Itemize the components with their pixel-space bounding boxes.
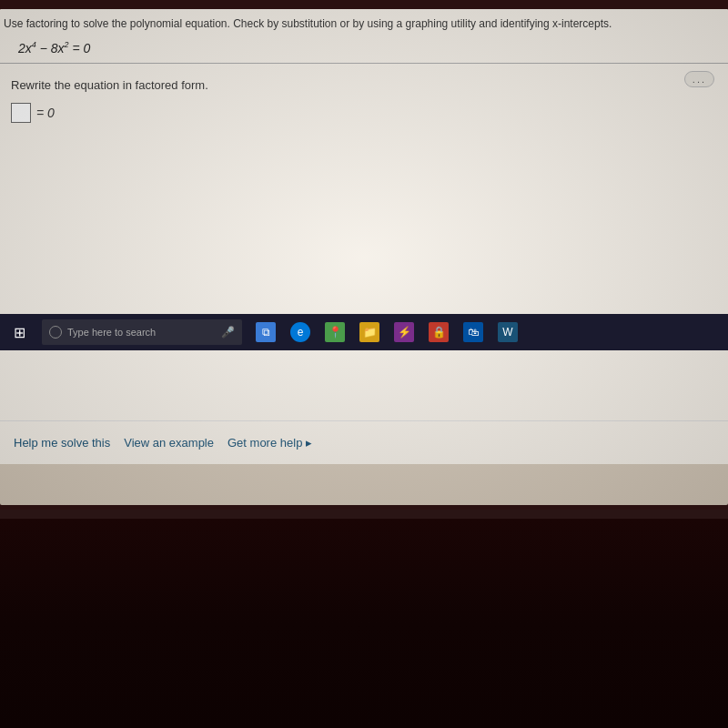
monitor-content: Use factoring to solve the polynomial eq… [0,9,728,505]
edge-icon: e [290,322,310,342]
files-icon: 📁 [359,322,379,342]
laptop-body [0,519,728,728]
taskview-icon: ⧉ [256,322,276,342]
action-buttons: Help me solve this View an example Get m… [0,420,728,464]
taskbar: ⊞ Type here to search 🎤 ⧉ e 📍 [0,314,728,350]
instruction-bar: Use factoring to solve the polynomial eq… [0,9,728,37]
word-icon: W [498,322,518,342]
equation-display: 2x4 − 8x2 = 0 [0,37,728,64]
security-icon: 🔒 [429,322,449,342]
help-me-solve-button[interactable]: Help me solve this [14,429,124,457]
factored-section: Rewrite the equation in factored form. =… [0,64,728,130]
search-text: Type here to search [67,327,156,338]
view-example-button[interactable]: View an example [124,429,228,457]
get-more-help-button[interactable]: Get more help ▸ [228,429,312,457]
taskbar-apps: ⧉ e 📍 📁 ⚡ 🔒 🛍 [249,314,524,350]
factored-label: Rewrite the equation in factored form. [11,78,717,92]
taskbar-app-files[interactable]: 📁 [353,314,386,350]
input-row: = 0 [11,103,717,123]
taskbar-app-security[interactable]: 🔒 [422,314,455,350]
laptop-screen: Use factoring to solve the polynomial eq… [0,0,728,519]
microphone-icon: 🎤 [221,326,235,339]
taskbar-app-edge[interactable]: e [284,314,317,350]
taskbar-app-maps[interactable]: 📍 [318,314,351,350]
content-area: Use factoring to solve the polynomial eq… [0,9,728,464]
taskbar-app-taskview[interactable]: ⧉ [249,314,282,350]
news-icon: ⚡ [394,322,414,342]
maps-icon: 📍 [325,322,345,342]
taskbar-app-word[interactable]: W [491,314,524,350]
store-icon: 🛍 [463,322,483,342]
windows-icon: ⊞ [14,324,25,341]
more-options-button[interactable]: ... [684,71,714,87]
taskbar-search[interactable]: Type here to search 🎤 [42,319,242,345]
taskbar-app-news[interactable]: ⚡ [388,314,420,350]
instruction-text: Use factoring to solve the polynomial eq… [4,17,612,30]
equals-zero-text: = 0 [36,106,55,120]
taskbar-app-store[interactable]: 🛍 [457,314,490,350]
start-button[interactable]: ⊞ [0,314,38,350]
search-circle-icon [49,326,62,339]
math-input-box[interactable] [11,103,31,123]
equation-text: 2x4 − 8x2 = 0 [18,41,90,56]
